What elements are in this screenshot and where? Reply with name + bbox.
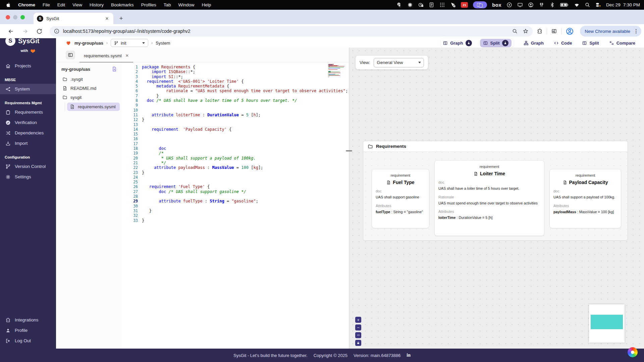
apple-icon[interactable]: [6, 2, 11, 8]
sidebar-item-dependencies[interactable]: Dependencies: [0, 128, 56, 138]
profile-avatar[interactable]: [566, 27, 574, 36]
tree-item--sysgit[interactable]: .sysgit: [56, 75, 122, 84]
menu-file[interactable]: File: [39, 2, 54, 7]
minimap-viewport[interactable]: [591, 315, 623, 329]
linkedin-icon[interactable]: in: [407, 353, 411, 358]
tree-item-name: sysgit: [70, 95, 82, 100]
site-info-icon[interactable]: [54, 28, 60, 34]
panel-resize-handle[interactable]: [346, 150, 352, 152]
browser-menu-icon[interactable]: ⋮: [634, 28, 639, 34]
line-number: 5: [122, 84, 142, 88]
menu-chrome[interactable]: Chrome: [14, 2, 39, 7]
menu-help[interactable]: Help: [198, 2, 215, 7]
sidebar-item-integrations[interactable]: Integrations: [0, 315, 56, 325]
zoom-out-button[interactable]: −: [355, 324, 361, 330]
editor-minimap[interactable]: [328, 64, 346, 79]
code-editor[interactable]: 1package Requirements {2 import ISQBase:…: [122, 62, 349, 349]
requirements-package-header[interactable]: Requirements: [363, 141, 628, 152]
app-header: my-group/uas › init › System GraphSplitG…: [56, 38, 644, 48]
graph-panel[interactable]: View: General View Requirements requirem…: [350, 48, 644, 349]
menu-bookmarks[interactable]: Bookmarks: [107, 2, 138, 7]
side-panel-icon[interactable]: [551, 28, 557, 34]
menu-profiles[interactable]: Profiles: [138, 2, 160, 7]
node-kind-label: requirement: [553, 173, 617, 177]
sidebar-item-projects[interactable]: Projects: [0, 61, 56, 71]
menu-view[interactable]: View: [69, 2, 86, 7]
menubar-clock[interactable]: Dec 297:30 PM: [606, 2, 640, 7]
back-icon[interactable]: [7, 28, 14, 35]
code-line: 25: [122, 180, 349, 184]
tab-close-icon[interactable]: ✕: [125, 53, 129, 58]
code-line: 11 attribute loiterTime : DurationValue …: [122, 113, 349, 117]
editor-tab-active[interactable]: requirements.sysml ✕: [79, 49, 133, 63]
reload-icon[interactable]: [36, 28, 43, 35]
compare-icon: [609, 41, 614, 46]
code-text: requirement <'UAS-001'> 'Loiter Time' {: [142, 79, 244, 84]
requirement-node-loiter-time[interactable]: requirementLoiter TimedocUAS shall have …: [434, 160, 544, 236]
button-label: Split: [490, 41, 500, 46]
battery-icon: [560, 2, 569, 8]
minimize-window-button[interactable]: [13, 15, 17, 19]
sidebar-item-label: Integrations: [15, 317, 39, 322]
sidebar-item-label: Settings: [15, 174, 31, 179]
forward-icon[interactable]: [22, 28, 29, 35]
close-window-button[interactable]: [6, 15, 10, 19]
sidebar-item-profile[interactable]: Profile: [0, 325, 56, 336]
explorer-toggle-button[interactable]: [66, 51, 75, 59]
compare-view-button[interactable]: Compare: [609, 41, 635, 46]
sidebar-item-system[interactable]: System: [0, 84, 56, 94]
breadcrumb-section[interactable]: System: [156, 41, 170, 46]
split-view-button-beta[interactable]: Split: [480, 39, 512, 47]
notification-badge-21[interactable]: 21: [461, 2, 468, 8]
graph-view-button[interactable]: Graph: [524, 41, 544, 46]
menu-history[interactable]: History: [86, 2, 107, 7]
sidebar-item-log-out[interactable]: Log Out: [0, 336, 56, 346]
new-file-icon[interactable]: [112, 66, 117, 72]
pointer-icon: [396, 2, 402, 8]
tab-close-icon[interactable]: ✕: [104, 15, 110, 21]
explorer-root[interactable]: my-group/uas: [56, 62, 122, 75]
node-kind-label: requirement: [438, 165, 540, 169]
sidebar-item-version-control[interactable]: Version Control: [0, 161, 56, 172]
node-section-label: doc: [376, 189, 425, 193]
menu-window[interactable]: Window: [174, 2, 198, 7]
extensions-icon[interactable]: [537, 28, 543, 34]
tree-item-requirements-sysml[interactable]: requirements.sysml: [67, 103, 120, 111]
menu-edit[interactable]: Edit: [54, 2, 69, 7]
menu-tab[interactable]: Tab: [160, 2, 175, 7]
line-number: 25: [122, 180, 142, 184]
branch-selector[interactable]: init: [111, 39, 148, 47]
branch-icon: [5, 164, 11, 169]
zoom-in-button[interactable]: +: [355, 317, 361, 323]
split-view-button[interactable]: Split: [582, 41, 599, 46]
bookmark-star-icon[interactable]: [523, 28, 529, 34]
tree-item-sysgit[interactable]: sysgit: [56, 93, 122, 102]
requirement-node-fuel-type[interactable]: requirementFuel TypedocUAS shall support…: [372, 169, 429, 228]
code-line: 29 attribute fuelType : String = "gasoli…: [122, 199, 349, 203]
code-text: }: [142, 218, 144, 223]
sidebar-item-requirements[interactable]: Requirements: [0, 107, 56, 117]
code-view-button[interactable]: Code: [554, 41, 572, 46]
zoom-icon[interactable]: [512, 28, 518, 34]
sidebar-item-verification[interactable]: Verification: [0, 117, 56, 128]
box-menu-item[interactable]: box: [492, 2, 501, 8]
fit-view-button[interactable]: <>: [355, 332, 361, 338]
requirement-node-payload-capacity[interactable]: requirementPayload CapacitydocUAS shall …: [549, 169, 621, 228]
sidebar-item-settings[interactable]: Settings: [0, 172, 56, 182]
graph-view-button-beta[interactable]: Graph: [443, 40, 472, 46]
sidebar-item-import[interactable]: Import: [0, 138, 56, 148]
code-text: */: [142, 161, 166, 165]
editor-tabstrip: requirements.sysml ✕: [56, 48, 349, 62]
breadcrumb-project[interactable]: my-group/uas: [74, 41, 103, 46]
graph-minimap[interactable]: [589, 304, 625, 343]
lock-button[interactable]: [355, 340, 361, 346]
address-bar[interactable]: localhost:5173/repo/my-group/uas/-/init/…: [50, 26, 533, 37]
new-tab-button[interactable]: +: [117, 14, 125, 23]
chrome-update-button[interactable]: New Chrome available ⋮: [580, 26, 641, 37]
view-select[interactable]: General View: [374, 58, 424, 67]
node-title: Loiter Time: [438, 171, 540, 176]
zoom-window-button[interactable]: [20, 15, 25, 19]
browser-tab[interactable]: S SysGit ✕: [34, 13, 113, 24]
screen-mirroring-active-icon[interactable]: [473, 1, 487, 8]
tree-item-readme-md[interactable]: README.md: [56, 84, 122, 93]
